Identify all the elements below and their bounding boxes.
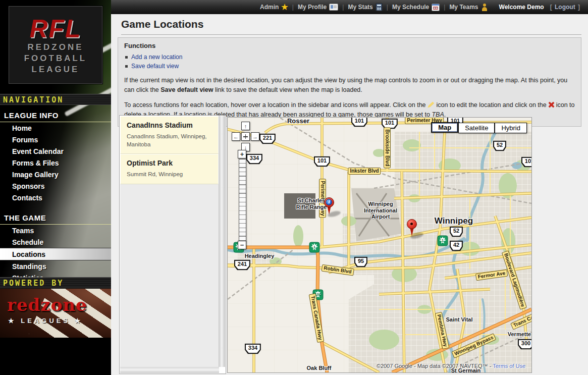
page-title: Game Locations <box>121 18 581 35</box>
sidebar-item-forms-files[interactable]: Forms & Files <box>0 157 111 169</box>
highway-shield-101: 101 <box>314 156 330 167</box>
trans-canada-shield-1: 1 <box>309 242 320 253</box>
highway-shield-52: 52 <box>493 141 506 151</box>
map-type-map-button[interactable]: Map <box>431 122 458 133</box>
place-label: St Charles Rifle Range <box>296 197 327 210</box>
highway-shield-300: 300 <box>518 339 532 350</box>
topbar-separator: | <box>387 4 388 11</box>
nav-section-title: THE GAME <box>0 209 111 225</box>
function-link[interactable]: Add a new location <box>131 53 182 61</box>
pan-left-button[interactable]: ← <box>232 132 240 141</box>
map-canvas[interactable]: 1011011011011012213343342419552524230011… <box>227 117 532 373</box>
logout-button[interactable]: [ Logout ] <box>549 4 581 11</box>
highway-shield-number: 52 <box>494 142 505 150</box>
topbar-item-label: My Profile <box>298 4 327 11</box>
topbar-item-my-profile[interactable]: My Profile <box>298 4 338 11</box>
highway-shield-number: 101 <box>352 118 366 126</box>
navigation-banner: NAVIGATION <box>0 94 111 105</box>
location-card[interactable]: Optimist ParkSummit Rd, Winnipeg <box>120 154 219 184</box>
place-label: Oak Bluff <box>307 365 332 371</box>
zoom-in-button[interactable]: + <box>238 150 246 158</box>
pan-control: ↑ ← → ↓ <box>232 122 260 154</box>
functions-links: Add a new locationSave default view <box>124 52 575 71</box>
functions-title: Functions <box>124 42 575 49</box>
sidebar-item-schedule[interactable]: Schedule <box>0 236 111 248</box>
horizontal-scrollbar[interactable] <box>120 367 219 373</box>
scrollbar-corner <box>219 367 225 373</box>
highway-shield-number: 101 <box>315 157 329 166</box>
location-card[interactable]: CanadInns StadiumCanadInns Stadium, Winn… <box>120 116 219 154</box>
highway-shield-334: 334 <box>245 344 261 354</box>
welcome-text: Welcome Demo <box>499 4 544 11</box>
locations-list: CanadInns StadiumCanadInns Stadium, Winn… <box>120 116 219 367</box>
star-icon: ★ <box>281 4 288 11</box>
sidebar-item-sponsors[interactable]: Sponsors <box>0 180 111 192</box>
logout-label[interactable]: Logout <box>555 4 575 11</box>
nav-gap <box>0 203 111 209</box>
instructions-paragraph-1: If the current map view is not in the de… <box>124 76 575 95</box>
copyright-text: ©2007 Google - Map data ©2007 NAVTEQ™ - <box>377 363 493 369</box>
side-nav: LEAGUE INFOHomeForumsEvent CalendarForms… <box>0 107 111 284</box>
functions-box: Functions Add a new locationSave default… <box>118 37 581 127</box>
topbar-links: Admin★|My Profile|My Stats|My Schedule|M… <box>260 3 488 11</box>
function-link[interactable]: Save default view <box>131 63 179 70</box>
place-label: Headingley <box>245 253 275 259</box>
bracket: ] <box>578 4 580 11</box>
topbar-separator: | <box>342 4 344 11</box>
topbar-item-label: My Schedule <box>392 4 429 11</box>
topbar-item-admin[interactable]: Admin★ <box>260 4 288 11</box>
sidebar-item-event-calendar[interactable]: Event Calendar <box>0 145 111 157</box>
map-type-satellite-button[interactable]: Satellite <box>458 123 495 133</box>
map-type-buttons: MapSatelliteHybrid <box>431 123 527 133</box>
highway-shield-number: 52 <box>451 228 462 236</box>
topbar-separator: | <box>292 4 294 11</box>
sidebar-item-image-gallery[interactable]: Image Gallery <box>0 169 111 180</box>
topbar-item-my-stats[interactable]: My Stats <box>348 3 382 11</box>
location-name: Optimist Park <box>127 159 213 167</box>
person-icon <box>481 4 488 11</box>
sidebar-item-standings[interactable]: Standings <box>0 260 111 272</box>
info-map-marker[interactable]: i <box>324 197 335 216</box>
zoom-slider[interactable] <box>239 159 246 241</box>
location-address: CanadInns Stadium, Winnipeg, Manitoba <box>127 133 213 148</box>
vertical-scrollbar[interactable] <box>219 116 225 367</box>
sidebar-item-forums[interactable]: Forums <box>0 134 111 145</box>
highway-shield-number: 101 <box>383 120 397 128</box>
map-type-hybrid-button[interactable]: Hybrid <box>495 123 527 133</box>
calendar-icon <box>432 4 440 11</box>
sidebar-item-home[interactable]: Home <box>0 122 111 134</box>
sidebar-item-locations[interactable]: Locations <box>0 248 111 260</box>
sidebar: RFL REDZONE FOOTBALL LEAGUE NAVIGATION L… <box>0 0 111 375</box>
highway-shield-number: 334 <box>246 345 260 353</box>
pan-up-button[interactable]: ↑ <box>241 122 250 130</box>
highway-shield-number: 334 <box>247 155 261 164</box>
highway-shield-number: 221 <box>260 135 275 143</box>
profile-card-icon <box>329 4 338 11</box>
edit-pencil-icon <box>427 101 435 108</box>
zoom-out-button[interactable]: − <box>238 241 246 249</box>
highway-shield-95: 95 <box>354 257 367 267</box>
trans-canada-shield-1: 1 <box>438 236 448 246</box>
road-label: Inkster Blvd <box>348 168 381 175</box>
sidebar-item-contacts[interactable]: Contacts <box>0 192 111 203</box>
pan-center-button[interactable] <box>241 132 250 141</box>
highway-shield-52: 52 <box>450 227 463 237</box>
topbar-separator: | <box>444 4 445 11</box>
terms-of-use-link[interactable]: Terms of Use <box>493 363 525 369</box>
sidebar-item-teams[interactable]: Teams <box>0 225 111 236</box>
place-label: Winnipeg International Airport <box>364 201 397 220</box>
topbar-item-my-schedule[interactable]: My Schedule <box>392 4 440 11</box>
highway-shield-221: 221 <box>259 134 276 144</box>
nav-section-title: LEAGUE INFO <box>0 107 111 122</box>
topbar-item-label: My Teams <box>449 4 478 11</box>
info-icon: i <box>326 199 332 205</box>
leagues-logo-text: ★ LEAGUES ★ <box>8 317 83 325</box>
highway-shield-334: 334 <box>246 154 262 165</box>
locations-panel: CanadInns StadiumCanadInns Stadium, Winn… <box>119 115 226 374</box>
marker-dot <box>410 223 413 225</box>
pan-right-button[interactable]: → <box>251 132 259 141</box>
map-marker[interactable] <box>406 219 417 237</box>
redzone-logo-text: redzone <box>7 295 87 315</box>
topbar-item-my-teams[interactable]: My Teams <box>449 4 488 11</box>
highway-shield-number: 42 <box>451 242 462 250</box>
